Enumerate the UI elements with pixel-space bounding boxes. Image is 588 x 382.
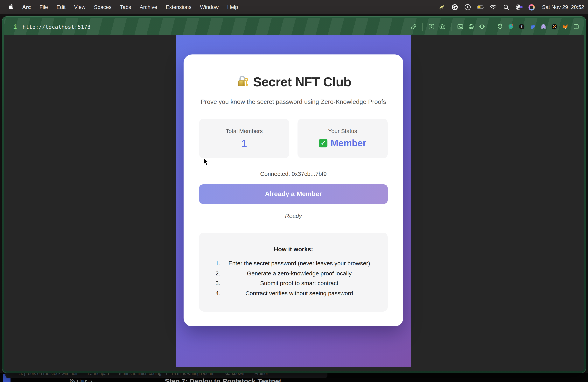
menu-archive[interactable]: Archive [140, 4, 157, 10]
step-2: 2. Generate a zero-knowledge proof local… [199, 270, 388, 280]
step-1-text: Enter the secret password (never leaves … [199, 260, 388, 266]
secret-nft-club-card: Secret NFT Club Prove you know the secre… [184, 54, 403, 326]
how-it-works-box: How it works: 1. Enter the secret passwo… [199, 233, 388, 312]
step-3-text: Submit proof to smart contract [199, 280, 388, 286]
menu-view[interactable]: View [74, 4, 85, 10]
menu-tabs[interactable]: Tabs [120, 4, 131, 10]
menu-bar: Arc File Edit View Spaces Tabs Archive E… [0, 0, 588, 14]
metamask-fox-icon[interactable] [562, 23, 568, 30]
step-3-number: 3. [215, 280, 220, 286]
toolbar-divider [451, 23, 452, 31]
how-it-works-steps: 1. Enter the secret password (never leav… [199, 260, 388, 299]
adguard-shield-icon[interactable] [507, 23, 514, 30]
split-view-icon[interactable] [573, 23, 579, 30]
menu-help[interactable]: Help [227, 4, 238, 10]
image-capture-icon[interactable] [428, 23, 435, 30]
loom-icon[interactable]: L [518, 23, 525, 30]
menu-app-name[interactable]: Arc [22, 4, 31, 10]
your-status-box: Your Status Member [297, 119, 388, 158]
url-bar[interactable]: http://localhost:5173 [22, 23, 91, 30]
wifi-icon[interactable] [490, 4, 497, 11]
phantom-ghost-icon[interactable] [540, 23, 547, 30]
page-title: Secret NFT Club [184, 75, 403, 89]
siri-intelligence-icon[interactable] [528, 4, 535, 10]
terminal-icon[interactable] [457, 23, 463, 30]
already-a-member-button[interactable]: Already a Member [199, 184, 388, 204]
toolbar-divider [422, 23, 423, 31]
menu-spaces[interactable]: Spaces [94, 4, 111, 10]
bluebird-icon[interactable] [529, 23, 536, 30]
how-it-works-title: How it works: [199, 246, 388, 253]
background-heading: Step 7: Deploy to Rootstock Testnet [165, 377, 281, 382]
playback-icon[interactable] [464, 4, 471, 11]
menu-edit[interactable]: Edit [57, 4, 66, 10]
total-members-label: Total Members [199, 128, 289, 134]
extensions-puzzle-icon[interactable] [497, 23, 503, 30]
background-divider [157, 378, 157, 382]
background-divider [41, 378, 41, 382]
menu-extensions[interactable]: Extensions [166, 4, 191, 10]
step-1-number: 1. [215, 260, 220, 266]
menu-clock[interactable]: Sat Nov 29 20:52 [542, 4, 584, 10]
camera-icon[interactable] [439, 23, 446, 30]
step-4-text: Contract verifies without seeing passwor… [199, 290, 388, 296]
stats-row: Total Members 1 Your Status Member [199, 119, 388, 158]
site-info-icon[interactable]: i [13, 23, 17, 30]
background-time-label: 5 mins to finish coding; 1hr 15 mins wri… [119, 373, 214, 376]
step-1: 1. Enter the secret password (never leav… [199, 260, 388, 270]
your-status-value: Member [297, 138, 388, 149]
browser-toolbar: i http://localhost:5173 [4, 18, 584, 35]
status-text: Ready [184, 212, 403, 219]
control-center-icon[interactable] [516, 4, 523, 11]
step-2-text: Generate a zero-knowledge proof locally [199, 270, 388, 276]
background-formatter-label: Prettier [254, 373, 268, 376]
locked-with-key-emoji [236, 75, 249, 89]
link-icon[interactable] [410, 23, 417, 30]
browser-content: Secret NFT Club Prove you know the secre… [4, 35, 584, 371]
svg-text:L: L [521, 25, 523, 29]
toolbar-divider [491, 23, 491, 31]
step-3: 3. Submit proof to smart contract [199, 280, 388, 290]
background-tab-symbiosis: Symbiosis [62, 378, 100, 382]
background-window-strip: zk proofs on rootstock with noir Launchp… [0, 373, 588, 382]
member-text: Member [331, 138, 366, 149]
background-launchpad-label: Launchpad [88, 373, 109, 376]
background-language-label: Markdown [225, 373, 244, 376]
globe-icon[interactable] [468, 23, 474, 30]
spotlight-search-icon[interactable] [503, 4, 510, 11]
menu-file[interactable]: File [40, 4, 48, 10]
connected-address: Connected: 0x37cb...7bf9 [184, 170, 403, 177]
target-icon[interactable] [479, 23, 485, 30]
background-branch-label: zk proofs on rootstock with noir [19, 373, 78, 376]
page-subtitle: Prove you know the secret password using… [184, 98, 403, 106]
page-title-text: Secret NFT Club [253, 75, 351, 89]
step-4-number: 4. [215, 290, 220, 296]
battery-icon[interactable] [477, 4, 484, 11]
grammarly-icon[interactable] [452, 4, 459, 11]
white-check-mark-emoji [319, 139, 327, 148]
step-4: 4. Contract verifies without seeing pass… [199, 290, 388, 299]
browser-window: i http://localhost:5173 [2, 16, 586, 373]
apple-logo-icon[interactable] [8, 3, 14, 11]
stocks-icon[interactable] [439, 4, 446, 11]
total-members-value: 1 [199, 138, 289, 149]
your-status-label: Your Status [297, 128, 388, 134]
mouse-cursor [203, 158, 210, 168]
screen: Arc File Edit View Spaces Tabs Archive E… [0, 0, 588, 382]
menu-window[interactable]: Window [200, 4, 219, 10]
step-2-number: 2. [215, 270, 220, 276]
webpage-background: Secret NFT Club Prove you know the secre… [176, 35, 411, 367]
x-extension-icon[interactable] [551, 23, 558, 30]
total-members-box: Total Members 1 [199, 119, 289, 158]
